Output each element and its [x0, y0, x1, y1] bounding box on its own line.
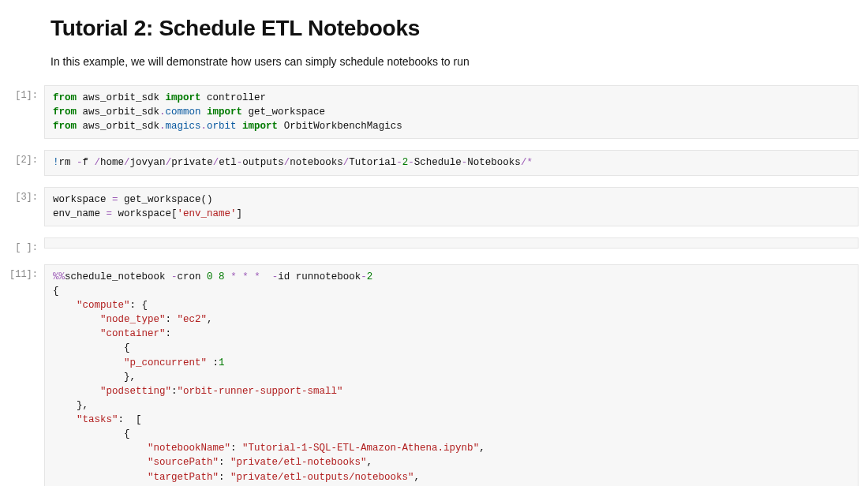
ident: OrbitWorkbenchMagics: [278, 121, 402, 132]
json-string: "p_concurrent": [124, 357, 207, 368]
star: *: [526, 157, 533, 168]
prompt-in-3: [3]:: [0, 187, 44, 203]
json-string: "sourcePath": [148, 457, 219, 468]
json-number: 1: [219, 357, 225, 368]
seg: etl: [219, 157, 237, 168]
json-string: "notebookName": [148, 443, 230, 454]
submod: magics: [166, 121, 201, 132]
json-string: "node_type": [100, 314, 166, 325]
word: id runnotebook: [278, 271, 361, 282]
json-string: "container": [100, 328, 166, 339]
code-cell-11: [11]: %%schedule_notebook -cron 0 8 * * …: [0, 264, 868, 486]
flag: f: [83, 157, 95, 168]
json-string: "targetPath": [148, 472, 219, 483]
seg: Tutorial: [349, 157, 396, 168]
json-string: "tasks": [77, 414, 118, 425]
word: cron: [178, 271, 208, 282]
kw-from: from: [53, 107, 83, 118]
kw-import: import: [166, 92, 201, 103]
json-string: "Tutorial-1-SQL-ETL-Amazon-Athena.ipynb": [242, 443, 479, 454]
sp: [213, 271, 219, 282]
seg: Schedule: [414, 157, 462, 168]
seg: private: [171, 157, 213, 168]
mod: aws_orbit_sdk: [83, 107, 160, 118]
submod: orbit: [207, 121, 242, 132]
prompt-in-2: [2]:: [0, 150, 44, 166]
dot: .: [159, 121, 166, 132]
ident: get_workspace: [242, 107, 325, 118]
code-cell-2: [2]: !rm -f /home/jovyan/private/etl-out…: [0, 150, 868, 175]
seg: jovyan: [130, 157, 166, 168]
cell-magic: %%: [53, 271, 65, 282]
json-string: "private/etl-outputs/notebooks": [230, 472, 414, 483]
prompt-in-11: [11]:: [0, 264, 44, 280]
star: *: [230, 271, 237, 282]
bang: !: [53, 157, 59, 168]
dot: .: [159, 107, 166, 118]
intro-text: In this example, we will demonstrate how…: [51, 55, 868, 68]
json-string: "private/etl-notebooks": [230, 457, 367, 468]
star: *: [254, 271, 260, 282]
page-title: Tutorial 2: Schedule ETL Notebooks: [51, 16, 868, 41]
star: *: [242, 271, 249, 282]
sp: [225, 271, 231, 282]
seg: notebooks: [290, 157, 343, 168]
ident: workspace: [53, 194, 112, 205]
num: 8: [219, 271, 225, 282]
code-input-empty[interactable]: [44, 237, 859, 249]
dash: -: [77, 157, 83, 168]
dash: -: [396, 157, 402, 168]
json-string: "ec2": [178, 314, 208, 325]
kw-import: import: [207, 107, 242, 118]
eq: =: [112, 194, 118, 205]
sp: [260, 271, 272, 282]
code-cell-3: [3]: workspace = get_workspace() env_nam…: [0, 187, 868, 226]
json-string: "compute": [77, 300, 130, 311]
dash: -: [408, 157, 414, 168]
seg: home: [100, 157, 124, 168]
json-string: "podsetting": [100, 386, 171, 397]
slash: /: [95, 157, 101, 168]
dot: .: [201, 121, 208, 132]
expr: get_workspace(): [118, 194, 213, 205]
magic-name: schedule_notebook: [65, 271, 171, 282]
code-input-1[interactable]: from aws_orbit_sdk import controller fro…: [44, 85, 859, 139]
notebook: Tutorial 2: Schedule ETL Notebooks In th…: [0, 0, 868, 486]
seg: outputs: [242, 157, 284, 168]
ident: env_name: [53, 208, 107, 219]
expr: workspace[: [112, 208, 178, 219]
seg: Notebooks: [467, 157, 521, 168]
json-string: "orbit-runner-support-small": [178, 386, 343, 397]
slash: /: [124, 157, 130, 168]
ident: controller: [201, 92, 267, 103]
code-input-2[interactable]: !rm -f /home/jovyan/private/etl-outputs/…: [44, 150, 859, 175]
code-input-11[interactable]: %%schedule_notebook -cron 0 8 * * * -id …: [44, 264, 859, 486]
mod: aws_orbit_sdk: [83, 92, 166, 103]
kw-from: from: [53, 121, 83, 132]
eq: =: [107, 208, 113, 219]
num: 2: [367, 271, 373, 282]
slash: /: [166, 157, 172, 168]
br: ]: [237, 208, 243, 219]
dash: -: [361, 271, 367, 282]
kw-import: import: [242, 121, 278, 132]
num: 0: [207, 271, 213, 282]
string: 'env_name': [178, 208, 237, 219]
dash: -: [171, 271, 178, 282]
prompt-in-1: [1]:: [0, 85, 44, 101]
code-input-3[interactable]: workspace = get_workspace() env_name = w…: [44, 187, 859, 226]
mod: aws_orbit_sdk: [83, 121, 160, 132]
prompt-in-empty: [ ]:: [0, 237, 44, 253]
submod: common: [166, 107, 208, 118]
code-cell-empty: [ ]:: [0, 237, 868, 253]
json-body: { "compute": { "node_type": "ec2", "cont…: [53, 286, 485, 486]
cmd: rm: [59, 157, 77, 168]
kw-from: from: [53, 92, 83, 103]
code-cell-1: [1]: from aws_orbit_sdk import controlle…: [0, 85, 868, 139]
